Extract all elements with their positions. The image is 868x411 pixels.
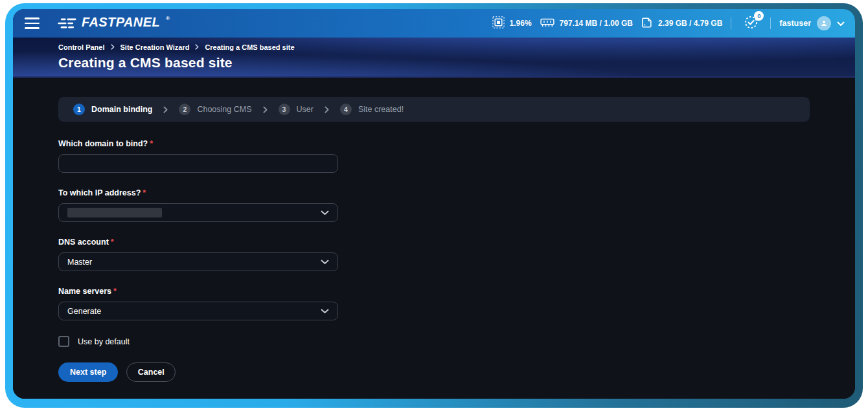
- username-label: fastuser: [779, 19, 811, 28]
- dns-account-value: Master: [67, 258, 92, 267]
- fastpanel-logo[interactable]: FASTPANEL ®: [57, 14, 170, 32]
- avatar: [817, 16, 831, 30]
- disk-usage-stat: 2.39 GB / 4.79 GB: [641, 17, 722, 30]
- step-user[interactable]: 3 User: [279, 104, 314, 115]
- domain-binding-form: Which domain to bind?* To which IP addre…: [58, 139, 810, 382]
- chevron-down-icon: [837, 17, 845, 29]
- next-step-button[interactable]: Next step: [58, 362, 118, 382]
- field-label: DNS account*: [58, 238, 810, 247]
- logo-wordmark: FASTPANEL: [82, 14, 160, 30]
- step-domain-binding[interactable]: 1 Domain binding: [73, 104, 152, 115]
- breadcrumb-control-panel[interactable]: Control Panel: [58, 43, 105, 51]
- chevron-down-icon: [321, 258, 329, 267]
- required-asterisk: *: [150, 139, 153, 148]
- disk-icon: [641, 17, 653, 30]
- user-menu[interactable]: fastuser: [779, 16, 845, 30]
- use-by-default-row[interactable]: Use by default: [58, 336, 810, 347]
- breadcrumb-site-creation-wizard[interactable]: Site Creation Wizard: [120, 43, 190, 51]
- step-number: 4: [340, 104, 352, 115]
- chevron-right-icon: [263, 106, 268, 113]
- main-content: 1 Domain binding 2 Choosing CMS 3 User: [13, 78, 855, 399]
- name-servers-value: Generate: [67, 307, 101, 316]
- step-number: 2: [179, 104, 190, 115]
- topbar-divider: [770, 17, 771, 29]
- cpu-usage-stat: 1.96%: [492, 16, 532, 30]
- top-bar: FASTPANEL ® 1.96%: [13, 9, 855, 38]
- equalizer-icon: [57, 17, 76, 32]
- chevron-right-icon: [325, 106, 329, 113]
- chevron-right-icon: [163, 106, 168, 113]
- chevron-right-icon: [111, 43, 115, 51]
- notifications-button[interactable]: 0: [742, 15, 759, 32]
- breadcrumb-current-page: Creating a CMS based site: [205, 43, 294, 51]
- domain-input[interactable]: [58, 154, 338, 173]
- cpu-icon: [492, 16, 505, 30]
- ip-label-text: To which IP address?: [58, 188, 141, 197]
- registered-mark: ®: [166, 16, 170, 21]
- topbar-status-area: 1.96%: [492, 15, 845, 32]
- cancel-button[interactable]: Cancel: [126, 362, 176, 382]
- step-choosing-cms[interactable]: 2 Choosing CMS: [179, 104, 251, 115]
- step-number: 1: [73, 104, 85, 115]
- disk-usage-value: 2.39 GB / 4.79 GB: [658, 19, 722, 28]
- ram-usage-stat: 797.14 MB / 1.00 GB: [540, 17, 633, 30]
- step-label: Choosing CMS: [197, 105, 251, 114]
- use-by-default-label: Use by default: [78, 337, 130, 346]
- form-group-dns-account: DNS account* Master: [58, 238, 810, 271]
- app-window: FASTPANEL ® 1.96%: [13, 9, 855, 399]
- required-asterisk: *: [111, 238, 114, 247]
- hamburger-menu-icon[interactable]: [19, 13, 45, 34]
- notification-count-badge: 0: [754, 11, 764, 21]
- field-label: Name servers*: [58, 287, 810, 296]
- required-asterisk: *: [113, 287, 117, 296]
- cpu-usage-value: 1.96%: [510, 19, 532, 28]
- step-label: Domain binding: [91, 105, 152, 114]
- page-header: Control Panel Site Creation Wizard Creat…: [13, 38, 855, 78]
- field-label: To which IP address?*: [58, 188, 810, 197]
- form-actions: Next step Cancel: [58, 362, 810, 382]
- step-label: User: [297, 105, 314, 114]
- use-by-default-checkbox[interactable]: [58, 336, 69, 347]
- wizard-stepper: 1 Domain binding 2 Choosing CMS 3 User: [58, 97, 810, 122]
- app-frame: FASTPANEL ® 1.96%: [5, 3, 863, 408]
- ram-icon: [540, 17, 554, 30]
- redacted-ip-value: [67, 208, 162, 217]
- form-group-domain: Which domain to bind?*: [58, 139, 810, 173]
- name-servers-select[interactable]: Generate: [58, 302, 338, 320]
- chevron-down-icon: [321, 307, 329, 316]
- step-label: Site created!: [358, 105, 404, 114]
- domain-label-text: Which domain to bind?: [58, 139, 148, 148]
- ip-select[interactable]: [58, 203, 338, 222]
- name-servers-label-text: Name servers: [58, 287, 111, 296]
- chevron-down-icon: [321, 208, 329, 217]
- step-site-created[interactable]: 4 Site created!: [340, 104, 404, 115]
- dns-account-label-text: DNS account: [58, 238, 109, 247]
- form-group-ip: To which IP address?*: [58, 188, 810, 222]
- chevron-right-icon: [195, 43, 199, 51]
- form-group-name-servers: Name servers* Generate: [58, 287, 810, 320]
- breadcrumb: Control Panel Site Creation Wizard Creat…: [58, 43, 810, 51]
- required-asterisk: *: [143, 188, 146, 197]
- ram-usage-value: 797.14 MB / 1.00 GB: [560, 19, 633, 28]
- step-number: 3: [279, 104, 290, 115]
- field-label: Which domain to bind?*: [58, 139, 810, 148]
- page-title: Creating a CMS based site: [58, 55, 810, 71]
- dns-account-select[interactable]: Master: [58, 252, 338, 271]
- topbar-divider: [731, 17, 731, 29]
